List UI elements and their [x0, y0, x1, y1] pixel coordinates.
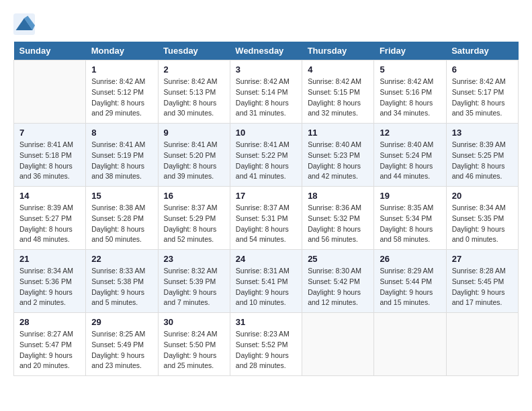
calendar-cell: 24 Sunrise: 8:31 AMSunset: 5:41 PMDaylig… [230, 250, 302, 313]
calendar-cell: 10 Sunrise: 8:41 AMSunset: 5:22 PMDaylig… [230, 124, 302, 187]
calendar-cell: 30 Sunrise: 8:24 AMSunset: 5:50 PMDaylig… [158, 313, 230, 376]
day-info: Sunrise: 8:36 AMSunset: 5:32 PMDaylight:… [308, 203, 361, 243]
day-info: Sunrise: 8:38 AMSunset: 5:28 PMDaylight:… [91, 203, 145, 243]
weekday-header: Sunday [14, 42, 86, 60]
day-number: 19 [380, 191, 440, 201]
day-info: Sunrise: 8:24 AMSunset: 5:50 PMDaylight:… [164, 330, 218, 369]
day-number: 29 [91, 317, 152, 327]
calendar-week-row: 1 Sunrise: 8:42 AMSunset: 5:12 PMDayligh… [14, 60, 519, 124]
day-info: Sunrise: 8:42 AMSunset: 5:14 PMDaylight:… [236, 77, 290, 117]
day-number: 31 [236, 317, 296, 327]
day-info: Sunrise: 8:42 AMSunset: 5:12 PMDaylight:… [91, 77, 145, 117]
calendar-cell: 6 Sunrise: 8:42 AMSunset: 5:17 PMDayligh… [446, 60, 518, 124]
day-info: Sunrise: 8:41 AMSunset: 5:19 PMDaylight:… [91, 140, 145, 180]
day-info: Sunrise: 8:30 AMSunset: 5:42 PMDaylight:… [308, 267, 361, 306]
weekday-header: Tuesday [158, 42, 230, 60]
day-info: Sunrise: 8:37 AMSunset: 5:29 PMDaylight:… [164, 203, 218, 243]
day-number: 14 [19, 191, 80, 201]
day-info: Sunrise: 8:41 AMSunset: 5:22 PMDaylight:… [236, 140, 290, 180]
calendar-cell: 28 Sunrise: 8:27 AMSunset: 5:47 PMDaylig… [14, 313, 86, 376]
day-info: Sunrise: 8:31 AMSunset: 5:41 PMDaylight:… [236, 267, 290, 306]
day-number: 3 [236, 64, 296, 75]
day-number: 7 [19, 128, 80, 138]
day-number: 22 [91, 254, 152, 264]
day-number: 9 [164, 128, 224, 138]
day-number: 5 [380, 64, 440, 75]
calendar-cell: 22 Sunrise: 8:33 AMSunset: 5:38 PMDaylig… [86, 250, 158, 313]
calendar-cell: 15 Sunrise: 8:38 AMSunset: 5:28 PMDaylig… [86, 187, 158, 250]
weekday-header-row: SundayMondayTuesdayWednesdayThursdayFrid… [14, 42, 519, 60]
weekday-header: Thursday [302, 42, 374, 60]
day-info: Sunrise: 8:39 AMSunset: 5:27 PMDaylight:… [19, 203, 73, 243]
weekday-header: Wednesday [230, 42, 302, 60]
day-number: 8 [91, 128, 152, 138]
page-header [13, 13, 519, 35]
day-info: Sunrise: 8:42 AMSunset: 5:13 PMDaylight:… [164, 77, 218, 117]
day-number: 18 [308, 191, 368, 201]
calendar-cell: 25 Sunrise: 8:30 AMSunset: 5:42 PMDaylig… [302, 250, 374, 313]
weekday-header: Monday [86, 42, 158, 60]
day-number: 27 [452, 254, 513, 264]
calendar-cell: 9 Sunrise: 8:41 AMSunset: 5:20 PMDayligh… [158, 124, 230, 187]
day-info: Sunrise: 8:42 AMSunset: 5:17 PMDaylight:… [452, 77, 506, 117]
day-number: 2 [164, 64, 224, 75]
day-info: Sunrise: 8:42 AMSunset: 5:16 PMDaylight:… [380, 77, 433, 117]
day-number: 23 [164, 254, 224, 264]
day-info: Sunrise: 8:34 AMSunset: 5:36 PMDaylight:… [19, 267, 73, 306]
calendar-cell: 23 Sunrise: 8:32 AMSunset: 5:39 PMDaylig… [158, 250, 230, 313]
day-info: Sunrise: 8:41 AMSunset: 5:18 PMDaylight:… [19, 140, 73, 180]
day-info: Sunrise: 8:32 AMSunset: 5:39 PMDaylight:… [164, 267, 218, 306]
calendar-cell: 12 Sunrise: 8:40 AMSunset: 5:24 PMDaylig… [374, 124, 446, 187]
calendar-cell: 20 Sunrise: 8:34 AMSunset: 5:35 PMDaylig… [446, 187, 518, 250]
day-number: 17 [236, 191, 296, 201]
calendar-cell: 29 Sunrise: 8:25 AMSunset: 5:49 PMDaylig… [86, 313, 158, 376]
day-info: Sunrise: 8:23 AMSunset: 5:52 PMDaylight:… [236, 330, 290, 369]
calendar-cell: 31 Sunrise: 8:23 AMSunset: 5:52 PMDaylig… [230, 313, 302, 376]
calendar-week-row: 7 Sunrise: 8:41 AMSunset: 5:18 PMDayligh… [14, 124, 519, 187]
day-info: Sunrise: 8:40 AMSunset: 5:24 PMDaylight:… [380, 140, 433, 180]
day-number: 15 [91, 191, 152, 201]
calendar-cell: 17 Sunrise: 8:37 AMSunset: 5:31 PMDaylig… [230, 187, 302, 250]
calendar-table: SundayMondayTuesdayWednesdayThursdayFrid… [13, 42, 519, 376]
day-number: 11 [308, 128, 368, 138]
day-number: 16 [164, 191, 224, 201]
day-number: 25 [308, 254, 368, 264]
day-number: 20 [452, 191, 513, 201]
calendar-cell: 16 Sunrise: 8:37 AMSunset: 5:29 PMDaylig… [158, 187, 230, 250]
logo-icon [13, 13, 35, 35]
day-number: 4 [308, 64, 368, 75]
calendar-cell [446, 313, 518, 376]
calendar-cell: 14 Sunrise: 8:39 AMSunset: 5:27 PMDaylig… [14, 187, 86, 250]
calendar-cell: 27 Sunrise: 8:28 AMSunset: 5:45 PMDaylig… [446, 250, 518, 313]
calendar-cell: 1 Sunrise: 8:42 AMSunset: 5:12 PMDayligh… [86, 60, 158, 124]
day-info: Sunrise: 8:41 AMSunset: 5:20 PMDaylight:… [164, 140, 218, 180]
day-info: Sunrise: 8:37 AMSunset: 5:31 PMDaylight:… [236, 203, 290, 243]
day-number: 12 [380, 128, 440, 138]
day-info: Sunrise: 8:29 AMSunset: 5:44 PMDaylight:… [380, 267, 433, 306]
weekday-header: Friday [374, 42, 446, 60]
calendar-cell: 3 Sunrise: 8:42 AMSunset: 5:14 PMDayligh… [230, 60, 302, 124]
logo [13, 13, 39, 35]
calendar-week-row: 28 Sunrise: 8:27 AMSunset: 5:47 PMDaylig… [14, 313, 519, 376]
day-number: 21 [19, 254, 80, 264]
calendar-cell: 5 Sunrise: 8:42 AMSunset: 5:16 PMDayligh… [374, 60, 446, 124]
day-info: Sunrise: 8:42 AMSunset: 5:15 PMDaylight:… [308, 77, 361, 117]
calendar-cell: 18 Sunrise: 8:36 AMSunset: 5:32 PMDaylig… [302, 187, 374, 250]
calendar-week-row: 21 Sunrise: 8:34 AMSunset: 5:36 PMDaylig… [14, 250, 519, 313]
day-number: 30 [164, 317, 224, 327]
calendar-cell: 19 Sunrise: 8:35 AMSunset: 5:34 PMDaylig… [374, 187, 446, 250]
day-info: Sunrise: 8:27 AMSunset: 5:47 PMDaylight:… [19, 330, 73, 369]
calendar-cell [14, 60, 86, 124]
day-info: Sunrise: 8:39 AMSunset: 5:25 PMDaylight:… [452, 140, 506, 180]
calendar-cell: 4 Sunrise: 8:42 AMSunset: 5:15 PMDayligh… [302, 60, 374, 124]
day-info: Sunrise: 8:35 AMSunset: 5:34 PMDaylight:… [380, 203, 433, 243]
day-number: 6 [452, 64, 513, 75]
weekday-header: Saturday [446, 42, 518, 60]
day-info: Sunrise: 8:34 AMSunset: 5:35 PMDaylight:… [452, 203, 506, 243]
calendar-cell [302, 313, 374, 376]
day-number: 10 [236, 128, 296, 138]
day-info: Sunrise: 8:40 AMSunset: 5:23 PMDaylight:… [308, 140, 361, 180]
calendar-cell: 21 Sunrise: 8:34 AMSunset: 5:36 PMDaylig… [14, 250, 86, 313]
day-number: 28 [19, 317, 80, 327]
calendar-cell: 8 Sunrise: 8:41 AMSunset: 5:19 PMDayligh… [86, 124, 158, 187]
